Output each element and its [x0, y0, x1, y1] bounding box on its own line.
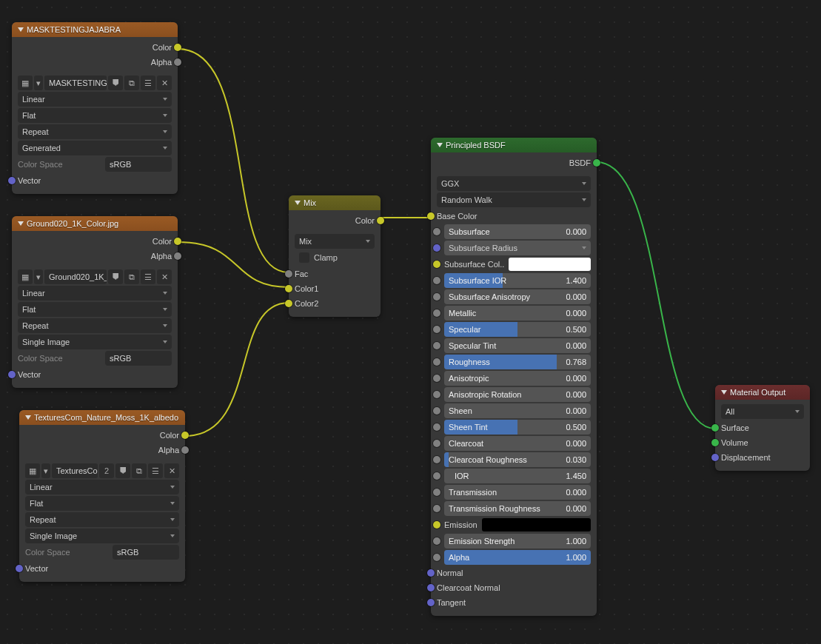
output-color[interactable]: Color [12, 234, 178, 249]
input-normal[interactable]: Normal [431, 566, 597, 580]
input-color2[interactable]: Color2 [289, 296, 381, 311]
image-name-field[interactable]: Ground020_1K_C... [44, 269, 107, 284]
source-dropdown[interactable]: Single Image [18, 335, 172, 349]
output-alpha[interactable]: Alpha [19, 443, 185, 457]
node-header[interactable]: Ground020_1K_Color.jpg [12, 216, 178, 231]
input-specular-tint[interactable]: Specular Tint0.000 [431, 338, 597, 354]
close-icon[interactable]: ✕ [164, 463, 179, 478]
material-output-node[interactable]: Material Output All Surface Volume Displ… [715, 385, 810, 471]
emission-color-swatch[interactable] [482, 518, 591, 531]
image-texture-node-2[interactable]: Ground020_1K_Color.jpg Color Alpha ▦ ▾ G… [12, 216, 178, 388]
folder-icon[interactable]: ☰ [141, 76, 155, 90]
interpolation-dropdown[interactable]: Linear [25, 480, 179, 494]
input-specular[interactable]: Specular0.500 [431, 321, 597, 338]
extension-dropdown[interactable]: Repeat [25, 512, 179, 527]
folder-icon[interactable]: ☰ [148, 463, 163, 478]
browse-down-icon[interactable]: ▾ [41, 463, 50, 478]
user-count[interactable]: 2 [99, 463, 114, 478]
mix-node[interactable]: Mix Color Mix Clamp Fac Color1 Color2 [289, 195, 381, 317]
input-volume[interactable]: Volume [715, 435, 810, 450]
input-transmission[interactable]: Transmission0.000 [431, 484, 597, 500]
principled-bsdf-node[interactable]: Principled BSDF BSDF GGX Random Walk Bas… [431, 138, 597, 616]
input-surface[interactable]: Surface [715, 420, 810, 435]
node-header[interactable]: TexturesCom_Nature_Moss_1K_albedo.tif [19, 410, 185, 425]
color-space-row[interactable]: Color Space sRGB [18, 351, 172, 366]
browse-down-icon[interactable]: ▾ [34, 76, 43, 90]
input-displacement[interactable]: Displacement [715, 450, 810, 465]
extension-dropdown[interactable]: Repeat [18, 318, 172, 333]
image-icon[interactable]: ▦ [18, 76, 33, 90]
folder-icon[interactable]: ☰ [141, 269, 155, 284]
input-subsurface-col-[interactable]: Subsurface Col.. [431, 256, 597, 272]
projection-dropdown[interactable]: Flat [25, 496, 179, 511]
collapse-icon[interactable] [18, 27, 24, 32]
input-anisotropic[interactable]: Anisotropic0.000 [431, 370, 597, 386]
input-vector[interactable]: Vector [12, 173, 178, 188]
input-base-color[interactable]: Base Color [431, 209, 597, 224]
image-icon[interactable]: ▦ [25, 463, 40, 478]
output-bsdf[interactable]: BSDF [431, 155, 597, 170]
input-clearcoat[interactable]: Clearcoat0.000 [431, 435, 597, 452]
copy-icon[interactable]: ⧉ [132, 463, 147, 478]
image-texture-node-3[interactable]: TexturesCom_Nature_Moss_1K_albedo.tif Co… [19, 410, 185, 582]
image-texture-node-1[interactable]: MASKTESTINGJAJABRA Color Alpha ▦ ▾ MASKT… [12, 22, 178, 194]
color-space-dropdown[interactable]: sRGB [105, 351, 172, 366]
input-fac[interactable]: Fac [289, 266, 381, 281]
output-alpha[interactable]: Alpha [12, 249, 178, 264]
input-subsurface[interactable]: Subsurface0.000 [431, 224, 597, 240]
browse-down-icon[interactable]: ▾ [34, 269, 43, 284]
input-subsurface-ior[interactable]: Subsurface IOR1.400 [431, 272, 597, 289]
output-color[interactable]: Color [19, 428, 185, 443]
node-header[interactable]: Material Output [715, 385, 810, 400]
input-sheen[interactable]: Sheen0.000 [431, 403, 597, 419]
output-color[interactable]: Color [12, 40, 178, 55]
color-swatch[interactable] [509, 258, 591, 271]
color-space-dropdown[interactable]: sRGB [105, 157, 172, 172]
image-name-field[interactable]: MASKTESTINGJAJ... [44, 76, 107, 90]
collapse-icon[interactable] [295, 201, 301, 205]
sss-method-dropdown[interactable]: Random Walk [437, 192, 591, 207]
input-anisotropic-rotation[interactable]: Anisotropic Rotation0.000 [431, 386, 597, 403]
target-dropdown[interactable]: All [721, 404, 804, 419]
shield-icon[interactable]: ⛊ [115, 463, 130, 478]
input-subsurface-anisotropy[interactable]: Subsurface Anisotropy0.000 [431, 289, 597, 305]
image-name-field[interactable]: TexturesCo... [52, 463, 98, 478]
clamp-checkbox[interactable]: Clamp [295, 250, 375, 265]
input-vector[interactable]: Vector [19, 561, 185, 576]
collapse-icon[interactable] [437, 143, 443, 147]
interpolation-dropdown[interactable]: Linear [18, 286, 172, 301]
source-dropdown[interactable]: Single Image [25, 529, 179, 543]
image-icon[interactable]: ▦ [18, 269, 33, 284]
close-icon[interactable]: ✕ [157, 269, 172, 284]
collapse-icon[interactable] [25, 415, 31, 420]
input-emission-strength[interactable]: Emission Strength 1.000 [431, 533, 597, 549]
input-clearcoat-normal[interactable]: Clearcoat Normal [431, 580, 597, 595]
input-subsurface-radius[interactable]: Subsurface Radius [431, 240, 597, 256]
input-transmission-roughness[interactable]: Transmission Roughness0.000 [431, 500, 597, 517]
projection-dropdown[interactable]: Flat [18, 108, 172, 123]
input-tangent[interactable]: Tangent [431, 595, 597, 610]
input-clearcoat-roughness[interactable]: Clearcoat Roughness0.030 [431, 452, 597, 468]
input-color1[interactable]: Color1 [289, 281, 381, 296]
node-header[interactable]: Mix [289, 195, 381, 210]
copy-icon[interactable]: ⧉ [124, 76, 139, 90]
input-ior[interactable]: IOR1.450 [431, 468, 597, 484]
extension-dropdown[interactable]: Repeat [18, 124, 172, 139]
shield-icon[interactable]: ⛊ [108, 76, 123, 90]
interpolation-dropdown[interactable]: Linear [18, 92, 172, 107]
projection-dropdown[interactable]: Flat [18, 302, 172, 317]
shield-icon[interactable]: ⛊ [108, 269, 123, 284]
close-icon[interactable]: ✕ [157, 76, 172, 90]
output-alpha[interactable]: Alpha [12, 55, 178, 70]
input-vector[interactable]: Vector [12, 367, 178, 382]
collapse-icon[interactable] [721, 390, 727, 395]
input-sheen-tint[interactable]: Sheen Tint0.500 [431, 419, 597, 435]
collapse-icon[interactable] [18, 221, 24, 226]
color-space-row[interactable]: Color Space sRGB [18, 157, 172, 172]
input-roughness[interactable]: Roughness0.768 [431, 354, 597, 370]
input-alpha[interactable]: Alpha 1.000 [431, 549, 597, 566]
input-metallic[interactable]: Metallic0.000 [431, 305, 597, 321]
copy-icon[interactable]: ⧉ [124, 269, 139, 284]
distribution-dropdown[interactable]: GGX [437, 176, 591, 191]
blend-mode-dropdown[interactable]: Mix [295, 234, 375, 249]
